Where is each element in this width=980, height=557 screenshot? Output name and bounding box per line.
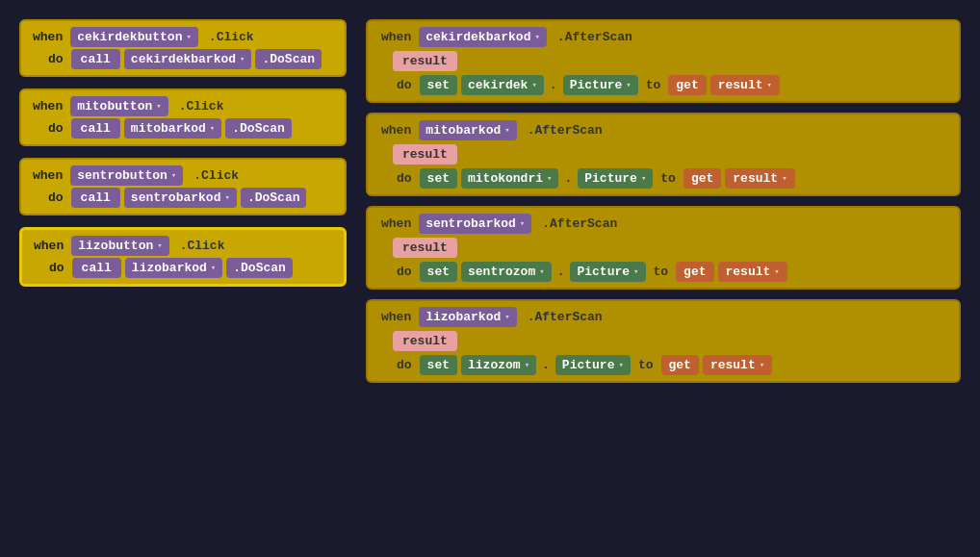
afterscan-event-r1: .AfterScan bbox=[551, 27, 639, 47]
when-keyword-4: when bbox=[30, 237, 67, 255]
dot-r2: . bbox=[562, 171, 574, 186]
call-block-1[interactable]: call bbox=[71, 49, 120, 69]
call-block-2[interactable]: call bbox=[71, 118, 120, 139]
click-event-3: .Click bbox=[187, 165, 245, 186]
do-keyword-2: do bbox=[44, 119, 67, 138]
doscan-method-4: .DoScan bbox=[226, 258, 293, 278]
when-keyword-r1: when bbox=[377, 28, 415, 46]
get-block-r4[interactable]: get bbox=[661, 355, 699, 375]
sentrozom-component-r[interactable]: sentrozom ▾ bbox=[461, 262, 552, 282]
afterscan-event-r3: .AfterScan bbox=[535, 214, 624, 234]
lizozom-component-r[interactable]: lizozom ▾ bbox=[461, 355, 536, 375]
do-keyword-r2: do bbox=[393, 169, 416, 188]
set-block-r3[interactable]: set bbox=[420, 262, 457, 282]
click-event-4: .Click bbox=[173, 236, 232, 256]
mitokondri-component-r[interactable]: mitokondri ▾ bbox=[461, 168, 558, 189]
when-keyword-1: when bbox=[29, 28, 66, 46]
get-block-r2[interactable]: get bbox=[683, 168, 721, 189]
click-event-2: .Click bbox=[172, 96, 231, 116]
lizobarkod-component-r[interactable]: lizobarkod ▾ bbox=[419, 307, 516, 327]
result-tag-r1: result bbox=[393, 51, 457, 71]
click-event-1: .Click bbox=[202, 27, 261, 47]
set-block-r2[interactable]: set bbox=[420, 168, 457, 189]
do-keyword-4: do bbox=[45, 259, 68, 277]
afterscan-event-r2: .AfterScan bbox=[521, 120, 609, 140]
picture-property-r2[interactable]: Picture ▾ bbox=[578, 168, 653, 189]
picture-property-r4[interactable]: Picture ▾ bbox=[555, 355, 631, 375]
get-block-r3[interactable]: get bbox=[676, 262, 713, 282]
right-block-3: when sentrobarkod ▾ .AfterScan result do… bbox=[366, 206, 961, 290]
to-keyword-r2: to bbox=[657, 171, 680, 186]
to-keyword-r1: to bbox=[642, 78, 665, 92]
result-var-r1[interactable]: result ▾ bbox=[710, 75, 780, 95]
cekirdekbarkod-component-r[interactable]: cekirdekbarkod ▾ bbox=[419, 27, 547, 47]
get-block-r1[interactable]: get bbox=[668, 75, 706, 95]
sentrobarkod-component-1[interactable]: sentrobarkod ▾ bbox=[124, 188, 237, 208]
result-var-r3[interactable]: result ▾ bbox=[718, 262, 787, 282]
do-keyword-r1: do bbox=[393, 76, 416, 94]
call-block-4[interactable]: call bbox=[72, 258, 121, 278]
picture-property-r1[interactable]: Picture ▾ bbox=[563, 75, 638, 95]
to-keyword-r4: to bbox=[634, 358, 658, 372]
to-keyword-r3: to bbox=[650, 265, 673, 279]
dot-r1: . bbox=[548, 78, 559, 92]
result-var-r2[interactable]: result ▾ bbox=[725, 168, 794, 189]
when-keyword-r4: when bbox=[377, 308, 415, 326]
cekirdek-component-r[interactable]: cekirdek ▾ bbox=[461, 75, 544, 95]
result-tag-r2: result bbox=[393, 144, 457, 165]
left-block-3: when sentrobutton ▾ .Click do call sentr… bbox=[19, 158, 347, 215]
lizobarkod-component-1[interactable]: lizobarkod ▾ bbox=[125, 258, 222, 278]
do-keyword-1: do bbox=[44, 50, 67, 68]
blocks-workspace: when cekirdekbutton ▾ .Click do call cek… bbox=[10, 10, 970, 392]
left-block-4: when lizobutton ▾ .Click do call lizobar… bbox=[19, 227, 347, 287]
result-tag-r3: result bbox=[393, 238, 457, 258]
lizobutton-component[interactable]: lizobutton ▾ bbox=[71, 236, 168, 256]
doscan-method-2: .DoScan bbox=[225, 118, 292, 139]
when-keyword-r3: when bbox=[377, 215, 415, 233]
doscan-method-3: .DoScan bbox=[241, 188, 307, 208]
set-block-r4[interactable]: set bbox=[420, 355, 457, 375]
sentrobutton-component[interactable]: sentrobutton ▾ bbox=[70, 165, 183, 186]
call-block-3[interactable]: call bbox=[71, 188, 120, 208]
when-keyword-2: when bbox=[29, 97, 66, 115]
do-keyword-r3: do bbox=[393, 263, 416, 281]
result-tag-r4: result bbox=[393, 331, 457, 351]
right-block-1: when cekirdekbarkod ▾ .AfterScan result … bbox=[366, 19, 961, 103]
left-column: when cekirdekbutton ▾ .Click do call cek… bbox=[19, 19, 347, 383]
cekirdekbarkod-component-1[interactable]: cekirdekbarkod ▾ bbox=[124, 49, 252, 69]
right-block-2: when mitobarkod ▾ .AfterScan result do s… bbox=[366, 113, 961, 196]
set-block-r1[interactable]: set bbox=[420, 75, 457, 95]
do-keyword-3: do bbox=[44, 189, 67, 207]
left-block-2: when mitobutton ▾ .Click do call mitobar… bbox=[19, 89, 347, 146]
dot-r4: . bbox=[540, 358, 552, 372]
right-block-4: when lizobarkod ▾ .AfterScan result do s… bbox=[366, 299, 961, 383]
when-keyword-3: when bbox=[29, 166, 66, 185]
mitobutton-component[interactable]: mitobutton ▾ bbox=[70, 96, 168, 116]
left-block-1: when cekirdekbutton ▾ .Click do call cek… bbox=[19, 19, 347, 77]
do-keyword-r4: do bbox=[393, 356, 416, 374]
when-keyword-r2: when bbox=[377, 121, 415, 139]
result-var-r4[interactable]: result ▾ bbox=[703, 355, 772, 375]
right-column: when cekirdekbarkod ▾ .AfterScan result … bbox=[366, 19, 961, 383]
mitobarkod-component-r[interactable]: mitobarkod ▾ bbox=[419, 120, 516, 140]
dot-r3: . bbox=[555, 265, 567, 279]
doscan-method-1: .DoScan bbox=[255, 49, 322, 69]
sentrobarkod-component-r[interactable]: sentrobarkod ▾ bbox=[419, 214, 531, 234]
picture-property-r3[interactable]: Picture ▾ bbox=[570, 262, 645, 282]
afterscan-event-r4: .AfterScan bbox=[521, 307, 609, 327]
mitobarkod-component-1[interactable]: mitobarkod ▾ bbox=[124, 118, 221, 139]
cekirdekbutton-component[interactable]: cekirdekbutton ▾ bbox=[70, 27, 198, 47]
